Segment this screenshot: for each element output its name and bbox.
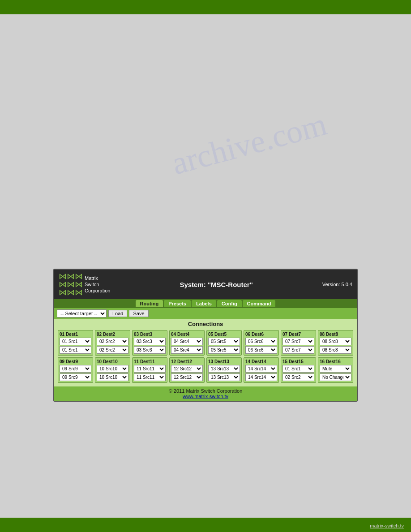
src-select-2[interactable]: 04 Src4 <box>171 346 203 354</box>
dest-cell-2: 02 Dest202 Src202 Src2 <box>95 330 130 356</box>
logo-text: Matrix Switch Corporation <box>85 275 110 294</box>
src-select-1[interactable]: 14 Src14 <box>245 365 277 373</box>
tab-presets[interactable]: Presets <box>164 300 191 307</box>
dest-label: 05 Dest5 <box>208 332 240 337</box>
main-ui: ⋈⋈⋈⋈⋈⋈⋈⋈⋈ Matrix Switch Corporation Syst… <box>53 269 358 402</box>
dest-label: 03 Dest3 <box>134 332 166 337</box>
dest-label: 02 Dest2 <box>97 332 128 337</box>
dest-cell-7: 07 Dest707 Src707 Src7 <box>281 330 316 356</box>
tab-config[interactable]: Config <box>217 300 242 307</box>
target-select[interactable]: -- Select target -- <box>57 309 107 317</box>
watermark: archive.com <box>168 106 330 183</box>
src-select-1[interactable]: 01 Src1 <box>60 338 91 345</box>
header-title: System: "MSC-Router" <box>110 281 322 288</box>
ui-footer: © 2011 Matrix Switch Corporation www.mat… <box>54 386 357 401</box>
src-select-2[interactable]: 09 Src9 <box>60 373 91 381</box>
src-select-1[interactable]: 09 Src9 <box>60 365 91 373</box>
tab-routing[interactable]: Routing <box>136 300 163 307</box>
bottom-bar-link: matrix-switch.tv <box>370 523 404 528</box>
dest-cell-8: 08 Dest808 Src808 Src8 <box>318 330 353 356</box>
connections-area: Connections 01 Dest101 Src101 Src102 Des… <box>54 319 357 386</box>
src-select-1[interactable]: Mute <box>320 365 351 373</box>
dest-cell-5: 05 Dest505 Src505 Src5 <box>206 330 242 356</box>
dest-cell-3: 03 Dest303 Src303 Src3 <box>132 330 167 356</box>
src-select-2[interactable]: 11 Src11 <box>134 373 166 381</box>
src-select-2[interactable]: 05 Src5 <box>208 346 240 354</box>
dest-cell-4: 04 Dest404 Src404 Src4 <box>169 330 205 356</box>
footer-copyright: © 2011 Matrix Switch Corporation <box>56 388 355 394</box>
src-select-2[interactable]: 03 Src3 <box>134 346 166 354</box>
dest-cell-2: 10 Dest1010 Src1010 Src10 <box>95 357 130 383</box>
src-select-2[interactable]: 13 Src13 <box>208 373 240 381</box>
save-button[interactable]: Save <box>129 310 148 317</box>
src-select-1[interactable]: 13 Src13 <box>208 365 240 373</box>
tab-labels[interactable]: Labels <box>192 300 216 307</box>
load-button[interactable]: Load <box>108 310 127 317</box>
src-select-1[interactable]: 04 Src4 <box>171 338 203 345</box>
src-select-1[interactable]: 08 Src8 <box>320 338 351 345</box>
src-select-2[interactable]: 02 Src2 <box>97 346 128 354</box>
dest-label: 11 Dest11 <box>134 359 166 364</box>
tab-command[interactable]: Command <box>243 300 276 307</box>
dest-cell-6: 06 Dest606 Src606 Src6 <box>244 330 279 356</box>
src-select-1[interactable]: 01 Src1 <box>283 365 314 373</box>
dest-cell-1: 01 Dest101 Src101 Src1 <box>58 330 93 356</box>
src-select-1[interactable]: 10 Src10 <box>97 365 128 373</box>
footer-link[interactable]: www.matrix-switch.tv <box>183 394 228 399</box>
controls-bar: -- Select target -- Load Save <box>54 308 357 319</box>
ui-header: ⋈⋈⋈⋈⋈⋈⋈⋈⋈ Matrix Switch Corporation Syst… <box>54 270 357 299</box>
src-select-2[interactable]: 10 Src10 <box>97 373 128 381</box>
src-select-2[interactable]: 14 Src14 <box>245 373 277 381</box>
dest-label: 01 Dest1 <box>60 332 91 337</box>
dest-label: 14 Dest14 <box>245 359 277 364</box>
src-select-2[interactable]: No Change <box>320 373 351 381</box>
src-select-1[interactable]: 05 Src5 <box>208 338 240 345</box>
connections-row2: 09 Dest909 Src909 Src910 Dest1010 Src101… <box>58 357 353 383</box>
dest-label: 13 Dest13 <box>208 359 240 364</box>
dest-cell-4: 12 Dest1212 Src1212 Src12 <box>169 357 205 383</box>
src-select-2[interactable]: 12 Src12 <box>171 373 203 381</box>
dest-label: 04 Dest4 <box>171 332 203 337</box>
top-bar <box>0 0 411 14</box>
connections-title: Connections <box>58 321 353 327</box>
src-select-1[interactable]: 02 Src2 <box>97 338 128 345</box>
dest-label: 09 Dest9 <box>60 359 91 364</box>
dest-label: 15 Dest15 <box>283 359 314 364</box>
dest-label: 12 Dest12 <box>171 359 203 364</box>
src-select-1[interactable]: 07 Src7 <box>283 338 314 345</box>
connections-row1: 01 Dest101 Src101 Src102 Dest202 Src202 … <box>58 330 353 356</box>
dest-label: 08 Dest8 <box>320 332 351 337</box>
dest-cell-1: 09 Dest909 Src909 Src9 <box>58 357 93 383</box>
logo-area: ⋈⋈⋈⋈⋈⋈⋈⋈⋈ Matrix Switch Corporation <box>59 272 110 296</box>
src-select-2[interactable]: 01 Src1 <box>60 346 91 354</box>
src-select-1[interactable]: 06 Src6 <box>245 338 277 345</box>
header-version: Version: 5.0.4 <box>322 282 352 287</box>
dest-label: 10 Dest10 <box>97 359 128 364</box>
dest-cell-7: 15 Dest1501 Src102 Src2 <box>281 357 316 383</box>
dest-cell-6: 14 Dest1414 Src1414 Src14 <box>244 357 279 383</box>
src-select-1[interactable]: 12 Src12 <box>171 365 203 373</box>
dest-label: 16 Dest16 <box>320 359 351 364</box>
src-select-2[interactable]: 06 Src6 <box>245 346 277 354</box>
dest-cell-3: 11 Dest1111 Src1111 Src11 <box>132 357 167 383</box>
bottom-bar: matrix-switch.tv <box>0 518 411 532</box>
src-select-2[interactable]: 02 Src2 <box>283 373 314 381</box>
src-select-2[interactable]: 08 Src8 <box>320 346 351 354</box>
src-select-2[interactable]: 07 Src7 <box>283 346 314 354</box>
src-select-1[interactable]: 03 Src3 <box>134 338 166 345</box>
dest-cell-8: 16 Dest16MuteNo Change <box>318 357 353 383</box>
dest-label: 07 Dest7 <box>283 332 314 337</box>
nav-bar: Routing Presets Labels Config Command <box>54 299 357 308</box>
logo-icon: ⋈⋈⋈⋈⋈⋈⋈⋈⋈ <box>59 272 83 296</box>
dest-label: 06 Dest6 <box>245 332 277 337</box>
src-select-1[interactable]: 11 Src11 <box>134 365 166 373</box>
dest-cell-5: 13 Dest1313 Src1313 Src13 <box>206 357 242 383</box>
